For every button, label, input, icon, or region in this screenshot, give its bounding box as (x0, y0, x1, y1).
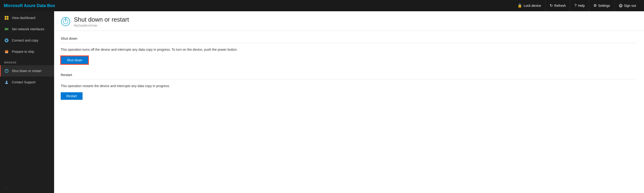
main-content: Shut down or restart MyDataBoxOrder Shut… (54, 11, 644, 193)
shutdown-icon (4, 69, 9, 73)
sidebar-item-set-network[interactable]: Set network interfaces (0, 23, 54, 35)
topnav-actions: 🔒 Lock device ↻ Refresh ? Help ⚙ Setting… (513, 0, 640, 11)
shutdown-description: This operation turns off the device and … (61, 47, 638, 52)
svg-point-13 (7, 52, 8, 53)
svg-rect-3 (7, 18, 8, 20)
sidebar-item-shut-down-restart[interactable]: Shut down or restart (0, 65, 54, 77)
page-title-group: Shut down or restart MyDataBoxOrder (74, 16, 129, 27)
shutdown-section-title: Shut down (61, 36, 638, 43)
sidebar-label-view-dashboard: View dashboard (12, 16, 35, 20)
page-header-icon (61, 17, 70, 26)
restart-section-title: Restart (61, 73, 638, 79)
support-icon (4, 80, 9, 85)
brand-title: Microsoft Azure Data Box (4, 3, 55, 8)
page-body: Shut down This operation turns off the d… (54, 31, 644, 114)
refresh-icon: ↻ (550, 4, 553, 7)
restart-button[interactable]: Restart (61, 92, 82, 100)
sidebar-label-set-network: Set network interfaces (12, 27, 44, 31)
svg-point-16 (6, 81, 7, 82)
manage-section-label: MANAGE (0, 57, 54, 65)
shutdown-section: Shut down This operation turns off the d… (61, 36, 638, 71)
page-title: Shut down or restart (74, 16, 129, 23)
help-button[interactable]: ? Help (570, 0, 589, 11)
help-icon: ? (574, 4, 576, 7)
dashboard-icon (4, 15, 9, 20)
ship-icon (4, 49, 9, 54)
sidebar-label-contact-support: Contact Support (12, 80, 36, 84)
top-nav: Microsoft Azure Data Box 🔒 Lock device ↻… (0, 0, 644, 11)
sidebar-item-contact-support[interactable]: Contact Support (0, 77, 54, 88)
settings-icon: ⚙ (594, 4, 597, 7)
network-icon (4, 27, 9, 31)
sidebar-item-prepare-ship[interactable]: Prepare to ship (0, 46, 54, 57)
lock-icon: 🔒 (518, 4, 522, 7)
restart-description: This operation restarts the device and i… (61, 84, 638, 89)
svg-rect-2 (5, 18, 6, 20)
lock-device-button[interactable]: 🔒 Lock device (513, 0, 545, 11)
sign-out-button[interactable]: ⏻ Sign out (614, 0, 640, 11)
page-header: Shut down or restart MyDataBoxOrder (54, 11, 644, 31)
copy-icon (4, 38, 9, 43)
svg-rect-0 (5, 16, 6, 18)
sidebar: View dashboard Set network interfaces (0, 11, 54, 193)
svg-point-12 (6, 52, 6, 53)
sidebar-label-connect-copy: Connect and copy (12, 38, 38, 42)
sidebar-item-connect-copy[interactable]: Connect and copy (0, 35, 54, 46)
refresh-button[interactable]: ↻ Refresh (545, 0, 570, 11)
settings-button[interactable]: ⚙ Settings (589, 0, 614, 11)
page-subtitle: MyDataBoxOrder (74, 24, 129, 27)
sidebar-item-view-dashboard[interactable]: View dashboard (0, 12, 54, 23)
signout-icon: ⏻ (619, 4, 622, 7)
shutdown-button[interactable]: Shut down (61, 56, 88, 64)
drag-handle: ⋮ (0, 182, 54, 193)
svg-rect-10 (5, 50, 8, 53)
svg-rect-11 (6, 50, 7, 51)
main-layout: View dashboard Set network interfaces (0, 11, 644, 193)
sidebar-label-prepare-ship: Prepare to ship (12, 50, 34, 53)
restart-section: Restart This operation restarts the devi… (61, 73, 638, 106)
svg-rect-1 (7, 16, 8, 18)
sidebar-label-shut-down-restart: Shut down or restart (12, 69, 42, 73)
svg-rect-6 (5, 28, 6, 30)
